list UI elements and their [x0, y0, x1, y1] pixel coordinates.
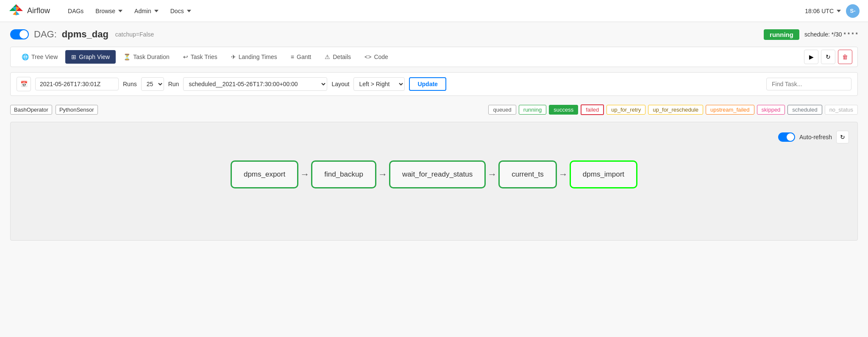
run-label: Run — [168, 81, 179, 87]
graph-view-icon: ⊞ — [71, 53, 76, 60]
graph-refresh-button[interactable]: ↻ — [836, 131, 849, 143]
legend-scheduled: scheduled — [787, 105, 822, 115]
flow-arrow-3: → — [487, 169, 497, 180]
time-display[interactable]: 18:06 UTC — [805, 8, 841, 14]
main-content: DAG: dpms_dag catchup=False running sche… — [0, 22, 868, 247]
flow-arrow-4: → — [559, 169, 568, 180]
run-dag-button[interactable]: ▶ — [804, 50, 818, 64]
dag-status-badge: running — [764, 29, 799, 40]
admin-dropdown-icon — [154, 10, 159, 12]
gantt-icon: ≡ — [291, 53, 294, 60]
auto-refresh-row: Auto-refresh ↻ — [19, 131, 849, 143]
layout-label: Layout — [331, 81, 349, 87]
header-right: 18:06 UTC S- — [805, 4, 860, 18]
logo-area: Airflow — [8, 3, 50, 19]
runs-select[interactable]: 25 — [141, 77, 164, 91]
find-task-input[interactable] — [766, 78, 851, 90]
dag-title-row: DAG: dpms_dag catchup=False running sche… — [10, 29, 858, 40]
update-button[interactable]: Update — [409, 77, 446, 91]
browse-dropdown-icon — [118, 10, 122, 12]
legend-failed: failed — [581, 104, 604, 115]
main-header: Airflow DAGs Browse Admin Docs 18:06 UTC… — [0, 0, 868, 22]
legend-row: BashOperator PythonSensor queued running… — [10, 101, 858, 118]
nav-docs[interactable]: Docs — [165, 5, 196, 17]
flow-arrow-2: → — [378, 169, 387, 180]
auto-refresh-label: Auto-refresh — [799, 134, 832, 140]
flow-diagram: dpms_export → find_backup → wait_for_rea… — [19, 152, 849, 197]
main-nav: DAGs Browse Admin Docs — [63, 5, 805, 17]
legend-no-status: no_status — [825, 105, 858, 115]
legend-running: running — [519, 105, 546, 115]
controls-row: 📅 Runs 25 Run scheduled__2021-05-26T17:3… — [10, 72, 858, 96]
dag-catchup: catchup=False — [115, 31, 154, 38]
time-dropdown-icon — [837, 10, 841, 12]
nav-browse[interactable]: Browse — [90, 5, 128, 17]
docs-dropdown-icon — [187, 10, 191, 12]
task-tries-icon: ↩ — [183, 53, 188, 60]
auto-refresh-toggle[interactable] — [778, 132, 795, 142]
run-select[interactable]: scheduled__2021-05-26T17:30:00+00:00 — [183, 77, 327, 91]
dag-title-left: DAG: dpms_dag catchup=False — [10, 29, 154, 40]
svg-marker-6 — [16, 11, 19, 15]
operator-bash: BashOperator — [10, 105, 52, 115]
flow-node-find-backup[interactable]: find_backup — [311, 160, 376, 188]
operator-tags: BashOperator PythonSensor — [10, 105, 98, 115]
airflow-logo-icon — [8, 3, 24, 19]
nav-admin[interactable]: Admin — [129, 5, 164, 17]
legend-queued: queued — [488, 105, 516, 115]
svg-marker-7 — [13, 11, 16, 15]
tree-view-icon: 🌐 — [22, 53, 29, 60]
flow-node-dpms-export[interactable]: dpms_export — [231, 160, 298, 188]
user-avatar[interactable]: S- — [846, 4, 860, 18]
runs-label: Runs — [123, 81, 137, 87]
tab-code[interactable]: <> Code — [359, 50, 394, 64]
nav-dags[interactable]: DAGs — [63, 5, 89, 17]
task-duration-icon: ⏳ — [123, 53, 131, 60]
tab-gantt[interactable]: ≡ Gantt — [285, 50, 317, 64]
details-icon: ⚠ — [325, 53, 330, 60]
graph-area: Auto-refresh ↻ dpms_export → find_backup… — [10, 122, 858, 241]
tab-landing-times[interactable]: ✈ Landing Times — [225, 50, 283, 64]
dag-schedule: schedule: */30 * * * * — [804, 31, 858, 38]
tabs-row: 🌐 Tree View ⊞ Graph View ⏳ Task Duration… — [10, 47, 858, 67]
dag-title-right: running schedule: */30 * * * * — [764, 29, 858, 40]
legend-items: queued running success failed up_for_ret… — [488, 104, 858, 115]
date-input[interactable] — [35, 78, 119, 90]
logo-text: Airflow — [27, 6, 50, 15]
legend-up-for-retry: up_for_retry — [606, 105, 645, 115]
flow-node-dpms-import[interactable]: dpms_import — [570, 160, 637, 188]
tab-task-duration[interactable]: ⏳ Task Duration — [117, 50, 175, 64]
legend-skipped: skipped — [757, 105, 785, 115]
tab-task-tries[interactable]: ↩ Task Tries — [177, 50, 223, 64]
legend-success: success — [549, 105, 578, 115]
tab-graph-view[interactable]: ⊞ Graph View — [65, 50, 116, 64]
dag-name: dpms_dag — [62, 29, 108, 40]
tab-action-buttons: ▶ ↻ 🗑 — [804, 50, 852, 64]
dag-toggle[interactable] — [10, 29, 29, 39]
landing-times-icon: ✈ — [231, 53, 236, 60]
layout-select[interactable]: Left > Right Top > Bottom — [353, 77, 405, 91]
dag-label-prefix: DAG: — [34, 29, 57, 40]
tab-details[interactable]: ⚠ Details — [319, 50, 357, 64]
code-icon: <> — [364, 53, 371, 60]
legend-up-for-reschedule: up_for_reschedule — [648, 105, 703, 115]
flow-arrow-1: → — [300, 169, 309, 180]
flow-node-wait-for-ready-status[interactable]: wait_for_ready_status — [389, 160, 486, 188]
delete-dag-button[interactable]: 🗑 — [838, 50, 852, 64]
refresh-dag-button[interactable]: ↻ — [821, 50, 835, 64]
flow-node-current-ts[interactable]: current_ts — [498, 160, 557, 188]
legend-upstream-failed: upstream_failed — [706, 105, 754, 115]
calendar-icon[interactable]: 📅 — [17, 77, 31, 91]
tab-tree-view[interactable]: 🌐 Tree View — [16, 50, 64, 64]
operator-python: PythonSensor — [56, 105, 98, 115]
